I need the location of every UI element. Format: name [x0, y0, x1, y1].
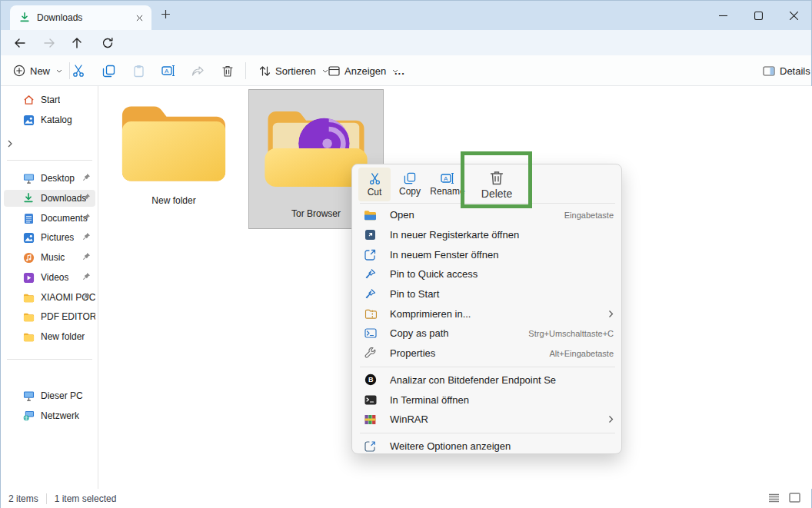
sort-button[interactable]: Sortieren	[259, 55, 328, 86]
delete-button[interactable]	[218, 55, 238, 86]
more-button[interactable]: ...	[394, 55, 405, 86]
cut-icon	[368, 172, 381, 185]
cut-button[interactable]	[68, 55, 88, 86]
sidebar-item-pictures[interactable]: Pictures	[4, 229, 95, 246]
sidebar-item-xiaomi-poco[interactable]: XIAOMI POCO F	[4, 289, 95, 306]
window-controls	[705, 1, 811, 30]
desktop-icon	[22, 172, 35, 184]
sidebar-item-desktop[interactable]: Desktop	[4, 170, 95, 187]
paste-button[interactable]	[128, 55, 148, 86]
document-icon	[22, 212, 35, 224]
chevron-down-icon	[322, 69, 328, 73]
winrar-icon	[364, 413, 377, 426]
new-tab-button[interactable]	[161, 9, 173, 22]
close-icon[interactable]	[776, 1, 811, 30]
copy-path-icon	[364, 327, 377, 340]
menu-item-pin-start[interactable]: Pin to Start	[352, 284, 623, 304]
context-cut-label: Cut	[368, 187, 382, 198]
icons-view-icon[interactable]	[789, 493, 800, 503]
tab-bar: Downloads	[1, 1, 811, 30]
sidebar-item-start[interactable]: Start	[4, 91, 95, 108]
folder-icon	[22, 310, 35, 323]
menu-item-open-new-window[interactable]: In neuem Fenster öffnen	[352, 244, 623, 264]
menu-item-bitdefender-scan[interactable]: B Analizar con Bitdefender Endpoint Se	[352, 370, 623, 390]
bitdefender-icon: B	[364, 374, 377, 387]
list-view-icon[interactable]	[768, 493, 780, 503]
sidebar-item-katalog[interactable]: Katalog	[4, 111, 95, 128]
tab-label: Downloads	[37, 12, 133, 23]
open-new-window-icon	[364, 248, 377, 261]
sidebar-item-documents[interactable]: Documents	[4, 210, 95, 227]
sidebar-item-pdf-editor[interactable]: PDF EDITOR	[4, 308, 95, 325]
folder-icon	[22, 291, 35, 304]
minimize-icon[interactable]	[705, 1, 740, 30]
pin-icon	[82, 252, 92, 262]
menu-item-pin-quick-access[interactable]: Pin to Quick access	[352, 264, 623, 284]
new-button[interactable]: New	[13, 55, 62, 86]
gallery-icon	[22, 114, 35, 126]
tab-close-icon[interactable]	[133, 12, 145, 24]
shortcut-text: Strg+Umschalttaste+C	[528, 329, 614, 338]
context-cut-button[interactable]: Cut	[358, 168, 391, 201]
tab-downloads[interactable]: Downloads	[10, 5, 151, 30]
up-arrow-icon[interactable]	[70, 36, 84, 50]
sort-icon	[259, 65, 271, 77]
more-options-icon	[364, 440, 377, 453]
forward-arrow-icon[interactable]	[42, 36, 56, 50]
rename-icon: A	[441, 172, 454, 184]
pin-icon	[82, 173, 92, 183]
menu-item-copy-as-path[interactable]: Copy as path Strg+Umschalttaste+C	[352, 324, 623, 344]
sidebar: Start Katalog Desktop Downloads	[1, 86, 98, 489]
pin-icon	[82, 213, 92, 223]
downloads-icon	[22, 192, 35, 204]
chevron-right-icon[interactable]	[6, 140, 15, 149]
menu-item-open-terminal[interactable]: In Terminal öffnen	[352, 390, 623, 410]
pin-icon	[82, 272, 92, 282]
delete-highlight-annotation	[461, 151, 532, 208]
new-plus-icon	[13, 65, 25, 77]
menu-item-show-more-options[interactable]: Weitere Optionen anzeigen	[352, 437, 623, 457]
sidebar-item-new-folder[interactable]: New folder	[4, 328, 95, 345]
more-icon: ...	[394, 65, 405, 77]
chevron-down-icon	[56, 69, 62, 73]
menu-item-compress[interactable]: Komprimieren in...	[352, 304, 623, 324]
svg-text:B: B	[368, 377, 374, 384]
sidebar-item-music[interactable]: Music	[4, 249, 95, 266]
pictures-icon	[22, 231, 35, 244]
svg-text:A: A	[165, 68, 169, 75]
menu-item-winrar[interactable]: WinRAR	[352, 410, 623, 430]
menu-item-properties[interactable]: Properties Alt+Eingabetaste	[352, 344, 623, 364]
pin-icon	[364, 287, 377, 300]
sidebar-item-videos[interactable]: Videos	[4, 269, 95, 286]
terminal-icon	[364, 393, 377, 407]
chevron-right-icon	[608, 310, 614, 318]
refresh-icon[interactable]	[101, 36, 115, 50]
home-icon	[22, 94, 35, 106]
maximize-icon[interactable]	[740, 1, 776, 30]
open-folder-icon	[364, 208, 377, 221]
sidebar-item-netzwerk[interactable]: Netzwerk	[4, 407, 95, 424]
context-copy-button[interactable]: Copy	[394, 168, 426, 201]
view-button[interactable]: Anzeigen	[328, 55, 398, 86]
rename-button[interactable]: A	[158, 55, 178, 86]
shortcut-text: Eingabetaste	[564, 211, 614, 220]
svg-text:A: A	[444, 175, 448, 182]
sidebar-item-dieser-pc[interactable]: Dieser PC	[4, 387, 95, 404]
copy-button[interactable]	[98, 55, 118, 86]
copy-icon	[404, 172, 416, 184]
sidebar-item-downloads[interactable]: Downloads	[4, 190, 95, 207]
details-pane-icon	[763, 66, 775, 76]
pin-icon	[82, 292, 92, 302]
back-arrow-icon[interactable]	[13, 36, 27, 50]
navigation-bar: Downloads Downloads durchsuchen	[1, 30, 811, 55]
context-rename-label: Rename	[430, 186, 464, 197]
file-tile-new-folder[interactable]: New folder	[116, 97, 231, 206]
wrench-icon	[364, 347, 377, 360]
menu-item-open-new-tab[interactable]: In neuer Registerkarte öffnen	[352, 225, 623, 245]
file-name: Tor Browser	[291, 208, 341, 219]
items-count: 2 items	[8, 493, 38, 504]
share-button[interactable]	[188, 55, 208, 86]
context-copy-label: Copy	[399, 186, 421, 197]
videos-icon	[22, 271, 35, 284]
details-button[interactable]: Details	[763, 55, 810, 86]
